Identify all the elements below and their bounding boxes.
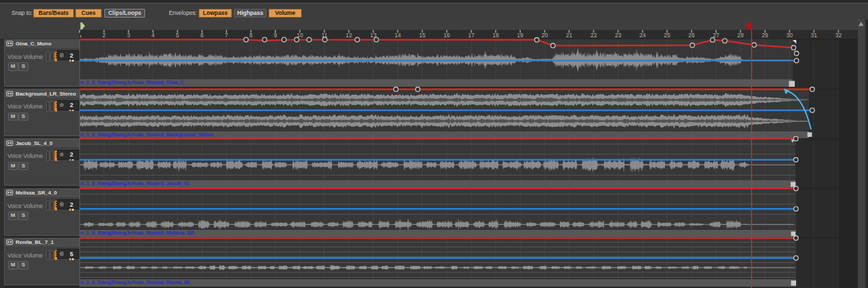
svg-text:8: 8 — [250, 32, 253, 39]
svg-text:16: 16 — [443, 32, 450, 39]
svg-text:19: 19 — [517, 32, 524, 39]
svg-text:30: 30 — [786, 32, 793, 39]
svg-text:23: 23 — [615, 32, 622, 39]
svg-text:9: 9 — [274, 32, 277, 39]
svg-text:4: 4 — [151, 32, 155, 39]
svg-text:22: 22 — [591, 32, 597, 39]
svg-text:28: 28 — [737, 32, 744, 39]
svg-text:3: 3 — [127, 32, 130, 39]
svg-text:24: 24 — [639, 32, 646, 39]
svg-text:2: 2 — [102, 32, 106, 39]
svg-text:15: 15 — [419, 32, 426, 39]
svg-text:21: 21 — [566, 32, 573, 39]
svg-text:12: 12 — [346, 32, 353, 39]
svg-text:14: 14 — [395, 32, 401, 39]
svg-text:32: 32 — [835, 32, 842, 39]
svg-text:17: 17 — [468, 32, 475, 39]
svg-text:31: 31 — [811, 32, 818, 39]
svg-text:26: 26 — [688, 32, 695, 39]
svg-text:20: 20 — [541, 32, 548, 39]
svg-text:5: 5 — [176, 32, 179, 39]
svg-text:6: 6 — [200, 32, 203, 39]
svg-text:29: 29 — [762, 32, 768, 39]
svg-text:7: 7 — [225, 32, 229, 39]
svg-text:18: 18 — [492, 32, 499, 39]
svg-text:25: 25 — [664, 32, 671, 39]
